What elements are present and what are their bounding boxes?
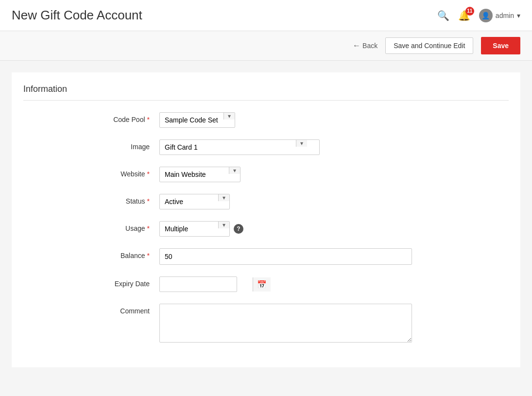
page-title: New Gift Code Account bbox=[12, 8, 142, 23]
required-indicator: * bbox=[147, 197, 150, 205]
website-select-wrapper: Main Website Secondary Website ▾ bbox=[159, 167, 240, 182]
balance-input[interactable] bbox=[159, 248, 412, 265]
image-select-wrapper: Gift Card 1 Gift Card 2 Gift Card 3 ▾ bbox=[159, 139, 320, 155]
status-label: Status* bbox=[82, 194, 159, 205]
header-actions: 🔍 🔔 11 👤 admin ▾ bbox=[437, 9, 520, 22]
image-row: Image Gift Card 1 Gift Card 2 Gift Card … bbox=[23, 139, 509, 155]
chevron-down-icon: ▾ bbox=[296, 140, 307, 147]
comment-row: Comment bbox=[23, 304, 509, 344]
code-pool-control: Sample Code Set Custom Code Set ▾ bbox=[159, 112, 412, 128]
toolbar: ← Back Save and Continue Edit Save bbox=[0, 31, 532, 61]
notification-badge: 11 bbox=[465, 7, 474, 16]
usage-label: Usage* bbox=[82, 221, 159, 232]
search-icon[interactable]: 🔍 bbox=[437, 10, 449, 21]
main-content: Information Code Pool* Sample Code Set C… bbox=[12, 72, 520, 367]
usage-select[interactable]: Multiple Single bbox=[160, 222, 218, 236]
expiry-date-label: Expiry Date bbox=[82, 276, 159, 288]
image-control: Gift Card 1 Gift Card 2 Gift Card 3 ▾ bbox=[159, 139, 412, 155]
status-row: Status* Active Inactive ▾ bbox=[23, 194, 509, 209]
image-label: Image bbox=[82, 139, 159, 151]
website-select[interactable]: Main Website Secondary Website bbox=[160, 167, 229, 182]
admin-label: admin bbox=[496, 12, 514, 19]
admin-menu[interactable]: 👤 admin ▾ bbox=[479, 9, 520, 22]
balance-row: Balance* bbox=[23, 248, 509, 265]
code-pool-label: Code Pool* bbox=[82, 112, 159, 123]
required-indicator: * bbox=[147, 116, 150, 123]
usage-control: Multiple Single ▾ ? bbox=[159, 221, 412, 237]
chevron-down-icon: ▾ bbox=[223, 113, 235, 120]
comment-control bbox=[159, 304, 412, 344]
comment-textarea[interactable] bbox=[159, 304, 412, 343]
help-icon[interactable]: ? bbox=[234, 224, 243, 234]
required-indicator: * bbox=[147, 252, 150, 259]
usage-select-wrapper: Multiple Single ▾ bbox=[159, 221, 230, 237]
expiry-date-control: 📅 bbox=[159, 276, 412, 292]
back-arrow-icon: ← bbox=[353, 41, 360, 50]
notification-bell[interactable]: 🔔 11 bbox=[458, 10, 470, 21]
avatar: 👤 bbox=[479, 9, 493, 22]
calendar-icon[interactable]: 📅 bbox=[253, 277, 271, 292]
website-row: Website* Main Website Secondary Website … bbox=[23, 167, 509, 182]
code-pool-select-wrapper: Sample Code Set Custom Code Set ▾ bbox=[159, 112, 235, 128]
usage-row: Usage* Multiple Single ▾ ? bbox=[23, 221, 509, 237]
chevron-down-icon: ▾ bbox=[229, 167, 240, 174]
status-control: Active Inactive ▾ bbox=[159, 194, 412, 209]
expiry-date-row: Expiry Date 📅 bbox=[23, 276, 509, 292]
balance-label: Balance* bbox=[82, 248, 159, 259]
balance-control bbox=[159, 248, 412, 265]
save-button[interactable]: Save bbox=[481, 37, 520, 54]
page-header: New Gift Code Account 🔍 🔔 11 👤 admin ▾ bbox=[0, 0, 532, 31]
status-select[interactable]: Active Inactive bbox=[160, 194, 218, 209]
status-select-wrapper: Active Inactive ▾ bbox=[159, 194, 230, 209]
expiry-date-input[interactable] bbox=[160, 277, 253, 292]
back-label: Back bbox=[362, 42, 378, 50]
required-indicator: * bbox=[147, 224, 150, 232]
back-button[interactable]: ← Back bbox=[353, 41, 378, 50]
website-label: Website* bbox=[82, 167, 159, 178]
chevron-down-icon: ▾ bbox=[517, 12, 520, 19]
code-pool-row: Code Pool* Sample Code Set Custom Code S… bbox=[23, 112, 509, 128]
required-indicator: * bbox=[147, 170, 150, 178]
image-select[interactable]: Gift Card 1 Gift Card 2 Gift Card 3 bbox=[160, 140, 296, 155]
website-control: Main Website Secondary Website ▾ bbox=[159, 167, 412, 182]
date-input-wrapper: 📅 bbox=[159, 276, 237, 292]
chevron-down-icon: ▾ bbox=[218, 194, 229, 201]
code-pool-select[interactable]: Sample Code Set Custom Code Set bbox=[160, 113, 223, 127]
section-title: Information bbox=[23, 84, 509, 101]
comment-label: Comment bbox=[82, 304, 159, 315]
chevron-down-icon: ▾ bbox=[218, 222, 229, 228]
save-continue-button[interactable]: Save and Continue Edit bbox=[385, 37, 473, 54]
